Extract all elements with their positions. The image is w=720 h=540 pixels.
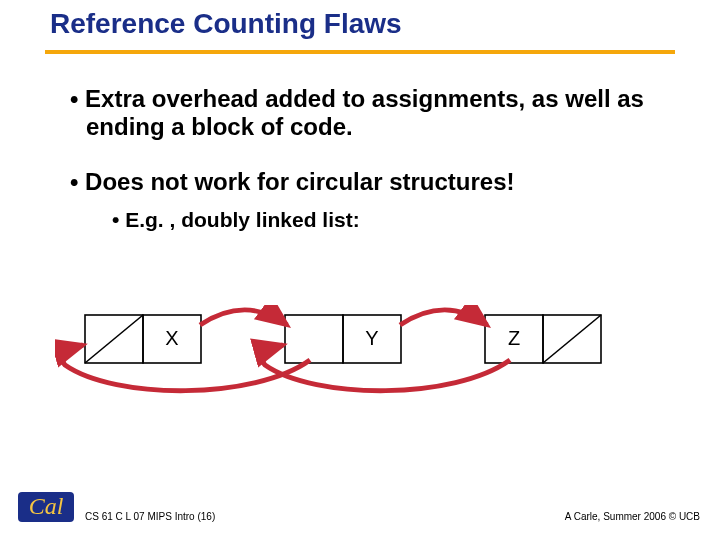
bullet-2: • Does not work for circular structures! <box>70 168 696 196</box>
svg-line-7 <box>543 315 601 363</box>
svg-line-6 <box>85 315 143 363</box>
linked-list-diagram: X Y Z <box>55 305 665 405</box>
footer-left: CS 61 C L 07 MIPS Intro (16) <box>85 511 215 522</box>
title-underline <box>45 50 675 54</box>
bullet-2-sub: • E.g. , doubly linked list: <box>112 208 686 232</box>
node-z-label: Z <box>508 327 520 349</box>
bullet-1: • Extra overhead added to assignments, a… <box>70 85 696 140</box>
node-x-label: X <box>165 327 178 349</box>
slide-title: Reference Counting Flaws <box>50 8 402 40</box>
svg-rect-2 <box>285 315 343 363</box>
svg-text:Cal: Cal <box>29 493 64 519</box>
node-y-label: Y <box>365 327 378 349</box>
slide: Reference Counting Flaws • Extra overhea… <box>0 0 720 540</box>
footer-right: A Carle, Summer 2006 © UCB <box>565 511 700 522</box>
cal-logo: Cal <box>16 486 76 528</box>
